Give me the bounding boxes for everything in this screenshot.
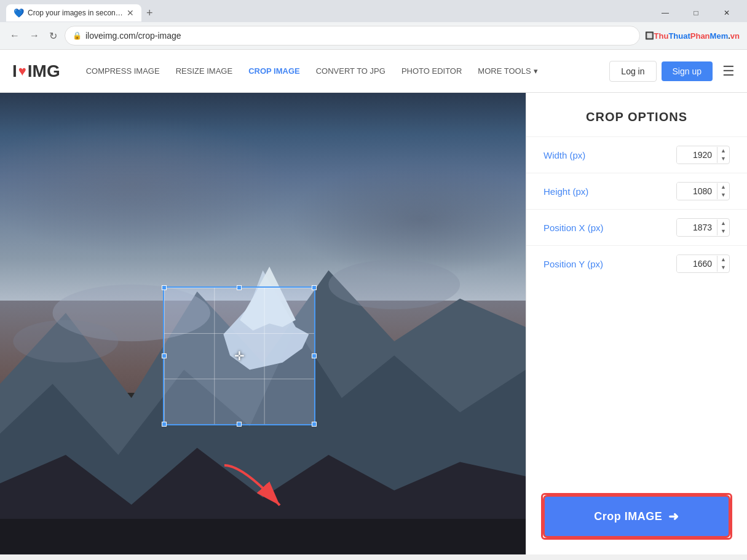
- app-header: I ♥ IMG COMPRESS IMAGE RESIZE IMAGE CROP…: [0, 50, 747, 93]
- position-x-input-wrap: ▲ ▼: [676, 218, 730, 237]
- width-spin-up[interactable]: ▲: [717, 147, 729, 155]
- nav-convert[interactable]: CONVERT TO JPG: [309, 61, 393, 81]
- position-x-input[interactable]: [677, 219, 717, 236]
- image-canvas: ✛: [0, 93, 526, 554]
- position-y-row: Position Y (px) ▲ ▼: [526, 245, 747, 282]
- height-spin-up[interactable]: ▲: [717, 183, 729, 191]
- position-y-spin-up[interactable]: ▲: [717, 256, 729, 264]
- position-y-label: Position Y (px): [543, 259, 676, 269]
- minimize-button[interactable]: —: [651, 4, 679, 22]
- hamburger-icon[interactable]: ☰: [722, 63, 735, 79]
- address-bar[interactable]: 🔒 iloveimg.com/crop-image: [65, 26, 640, 45]
- logo-img: IMG: [28, 61, 60, 81]
- crop-image-button[interactable]: Crop IMAGE ➜: [545, 497, 729, 536]
- crop-options-title: CROP OPTIONS: [526, 93, 747, 136]
- new-tab-button[interactable]: +: [146, 7, 153, 20]
- app-logo[interactable]: I ♥ IMG: [12, 61, 60, 81]
- crop-handle-bl[interactable]: [162, 422, 167, 427]
- nav-compress[interactable]: COMPRESS IMAGE: [79, 61, 167, 81]
- header-buttons: Log in Sign up ☰: [609, 61, 735, 82]
- width-input[interactable]: [677, 146, 717, 164]
- crop-handle-tr[interactable]: [312, 285, 317, 290]
- nav-resize[interactable]: RESIZE IMAGE: [168, 61, 240, 81]
- height-label: Height (px): [543, 186, 676, 197]
- crop-button-container: Crop IMAGE ➜: [541, 493, 732, 540]
- crop-handle-ml[interactable]: [162, 353, 167, 358]
- crop-button-label: Crop IMAGE: [594, 510, 662, 523]
- chevron-down-icon: ▾: [534, 66, 538, 76]
- nav-menu: COMPRESS IMAGE RESIZE IMAGE CROP IMAGE C…: [79, 61, 610, 81]
- position-x-row: Position X (px) ▲ ▼: [526, 209, 747, 245]
- nav-photo[interactable]: PHOTO EDITOR: [394, 61, 469, 81]
- position-y-input[interactable]: [677, 255, 717, 272]
- position-x-label: Position X (px): [543, 223, 676, 233]
- height-input-wrap: ▲ ▼: [676, 182, 730, 200]
- position-x-spin-up[interactable]: ▲: [717, 219, 729, 227]
- close-button[interactable]: ✕: [713, 4, 741, 22]
- tab-title: Crop your images in seconds for...: [28, 9, 123, 17]
- maximize-button[interactable]: □: [682, 4, 710, 22]
- forward-button[interactable]: →: [27, 28, 42, 44]
- crop-button-arrow-icon: ➜: [668, 509, 679, 524]
- svg-point-5: [328, 260, 460, 310]
- right-panel: CROP OPTIONS Width (px) ▲ ▼ Height (px) …: [526, 93, 747, 554]
- refresh-button[interactable]: ↻: [47, 28, 60, 44]
- crop-button-area: Crop IMAGE ➜: [526, 481, 747, 554]
- logo-phan: Phan: [690, 31, 710, 41]
- logo-thuat: Thuat: [668, 31, 690, 41]
- crop-handle-mr[interactable]: [312, 353, 317, 358]
- crop-handle-tc[interactable]: [237, 285, 242, 290]
- lock-icon: 🔒: [73, 31, 82, 40]
- position-y-input-wrap: ▲ ▼: [676, 254, 730, 273]
- signup-button[interactable]: Sign up: [662, 61, 713, 81]
- logo-thu: Thu: [654, 31, 669, 41]
- position-y-spin-down[interactable]: ▼: [717, 264, 729, 272]
- crop-handle-br[interactable]: [312, 422, 317, 427]
- crop-handle-tl[interactable]: [162, 285, 167, 290]
- main-content: ✛ CROP OPTIONS Width (px) ▲ ▼: [0, 93, 747, 554]
- move-cursor-icon: ✛: [234, 349, 245, 363]
- position-x-spin-down[interactable]: ▼: [717, 227, 729, 235]
- logo-i: I: [12, 61, 17, 81]
- width-input-wrap: ▲ ▼: [676, 146, 730, 164]
- back-button[interactable]: ←: [7, 28, 22, 44]
- nav-more[interactable]: MORE TOOLS ▾: [470, 61, 545, 81]
- width-spin-down[interactable]: ▼: [717, 155, 729, 163]
- height-spin-down[interactable]: ▼: [717, 191, 729, 199]
- tab-icon: 💙: [14, 8, 24, 18]
- url-text: iloveimg.com/crop-image: [85, 31, 632, 41]
- logo-vn: vn: [730, 31, 740, 41]
- svg-point-6: [13, 320, 118, 363]
- logo-heart-icon: ♥: [18, 63, 26, 79]
- width-label: Width (px): [543, 150, 676, 160]
- image-area[interactable]: ✛: [0, 93, 526, 554]
- height-input[interactable]: [677, 183, 717, 200]
- height-option-row: Height (px) ▲ ▼: [526, 173, 747, 209]
- crop-handle-bc[interactable]: [237, 422, 242, 427]
- crop-selection-box[interactable]: ✛: [163, 286, 315, 425]
- tab-close-icon[interactable]: ✕: [127, 8, 134, 18]
- nav-crop[interactable]: CROP IMAGE: [241, 61, 307, 81]
- login-button[interactable]: Log in: [609, 61, 656, 82]
- logo-mem: Mem: [710, 31, 729, 41]
- width-option-row: Width (px) ▲ ▼: [526, 136, 747, 173]
- browser-tab[interactable]: 💙 Crop your images in seconds for... ✕: [6, 4, 141, 22]
- svg-rect-8: [0, 519, 526, 554]
- site-logo-top: 🔲 Thu Thuat Phan Mem . vn: [645, 31, 740, 41]
